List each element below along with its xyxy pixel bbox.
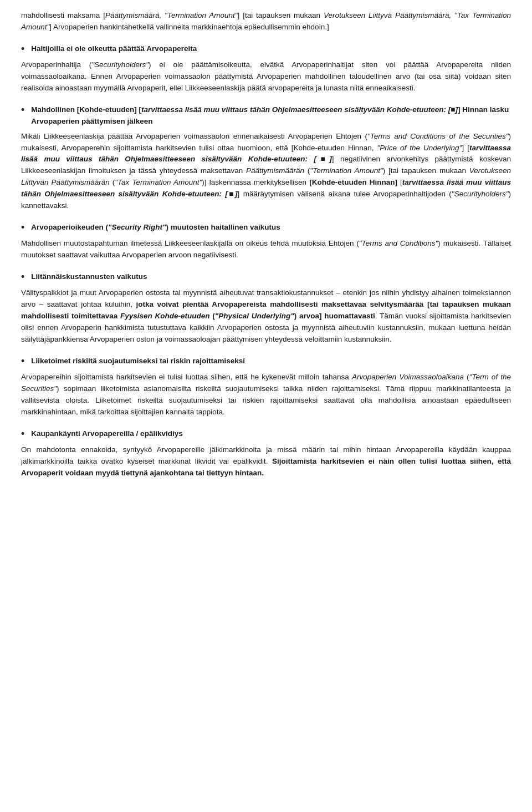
section5-heading: Liiketoimet riskiltä suojautumiseksi tai… [31, 357, 245, 365]
section3-heading: Arvopaperioikeuden ("Security Right") mu… [31, 223, 280, 231]
section2-body: Mikäli Liikkeeseenlaskija päättää Arvopa… [21, 131, 511, 212]
section3-heading-wrap: Arvopaperioikeuden ("Security Right") mu… [31, 222, 280, 234]
section2-heading-italic: tarvittaessa lisää muu viittaus tähän Oh… [141, 105, 458, 114]
section-transaction-costs: • Liitännäiskustannusten vaikutus Välity… [21, 271, 511, 346]
main-content: mahdollisesti maksama [Päättymismäärä, "… [21, 10, 511, 479]
bullet-icon-4: • [21, 270, 24, 284]
section-trading-liquidity: • Kaupankäynti Arvopapereilla / epälikvi… [21, 428, 511, 479]
section4-body: Välityspalkkiot ja muut Arvopaperien ost… [21, 287, 511, 346]
bullet-icon-3: • [21, 221, 24, 235]
section6-heading: Kaupankäynti Arvopapereilla / epälikvidi… [31, 429, 182, 438]
section2-heading-normal: Mahdollinen [Kohde-etuuden] [ [31, 105, 141, 114]
section1-content: Haltijoilla ei ole oikeutta päättää Arvo… [31, 43, 197, 55]
section-no-right-to-terminate: • Haltijoilla ei ole oikeutta päättää Ar… [21, 43, 511, 94]
section-hedging: • Liiketoimet riskiltä suojautumiseksi t… [21, 356, 511, 418]
section1-body: Arvopaperinhaltija ("Securityholders") e… [21, 59, 511, 94]
section4-heading: Liitännäiskustannusten vaikutus [31, 272, 147, 281]
section1-heading: Haltijoilla ei ole oikeutta päättää Arvo… [31, 44, 197, 53]
bullet-icon-5: • [21, 354, 24, 368]
top-paragraph: mahdollisesti maksama [Päättymismäärä, "… [21, 10, 511, 33]
bullet-icon: • [21, 42, 24, 56]
section5-body: Arvopapereihin sijoittamista harkitsevie… [21, 372, 511, 418]
section3-body: Mahdollisen muutostapahtuman ilmetessä L… [21, 238, 511, 261]
section6-body: On mahdotonta ennakoida, syntyykö Arvopa… [21, 444, 511, 479]
section5-heading-wrap: Liiketoimet riskiltä suojautumiseksi tai… [31, 356, 245, 367]
section6-heading-wrap: Kaupankäynti Arvopapereilla / epälikvidi… [31, 428, 182, 440]
section2-heading-wrap: Mahdollinen [Kohde-etuuden] [tarvittaess… [31, 104, 511, 128]
section4-heading-wrap: Liitännäiskustannusten vaikutus [31, 271, 147, 283]
bullet-icon-6: • [21, 427, 24, 441]
bullet-icon-2: • [21, 103, 24, 117]
section-price-decline: • Mahdollinen [Kohde-etuuden] [tarvittae… [21, 104, 511, 212]
section-security-right: • Arvopaperioikeuden ("Security Right") … [21, 222, 511, 261]
